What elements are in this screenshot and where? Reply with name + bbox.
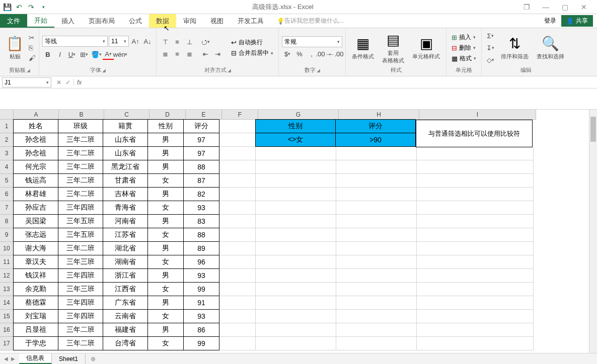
- tab-file[interactable]: 文件: [0, 14, 27, 28]
- data-cell[interactable]: 三年四班: [58, 201, 103, 215]
- data-cell[interactable]: 福建省: [103, 323, 148, 337]
- empty-cell[interactable]: [219, 255, 256, 269]
- add-sheet-button[interactable]: ⊕: [86, 355, 101, 362]
- empty-cell[interactable]: [219, 201, 256, 215]
- data-cell[interactable]: 班级: [58, 119, 103, 133]
- data-cell[interactable]: 浙江省: [103, 268, 148, 283]
- table-format-button[interactable]: ▤套用 表格格式: [379, 31, 407, 65]
- prev-sheet-icon[interactable]: ◀: [4, 356, 8, 361]
- empty-cell[interactable]: [417, 242, 534, 255]
- empty-cell[interactable]: [219, 174, 256, 188]
- empty-cell[interactable]: [219, 283, 256, 296]
- qat-customize-icon[interactable]: ▾: [38, 2, 48, 12]
- clipboard-launcher-icon[interactable]: ◢: [27, 68, 30, 73]
- empty-cell[interactable]: [336, 323, 417, 337]
- data-cell[interactable]: 三年二班: [58, 160, 103, 174]
- format-cells-button[interactable]: ▦格式▾: [450, 54, 478, 63]
- note-cell[interactable]: 与普通筛选相比可以使用比较符: [416, 120, 533, 147]
- data-cell[interactable]: 96: [183, 255, 219, 269]
- column-header[interactable]: A: [14, 110, 59, 120]
- align-right-icon[interactable]: ≣: [184, 48, 195, 59]
- data-cell[interactable]: 男: [147, 241, 184, 255]
- minimize-button[interactable]: —: [537, 2, 555, 12]
- column-header[interactable]: I: [419, 110, 536, 120]
- tab-formulas[interactable]: 公式: [122, 14, 149, 28]
- data-cell[interactable]: 姓名: [13, 119, 58, 133]
- delete-cells-button[interactable]: ⊟删除▾: [450, 43, 478, 53]
- data-cell[interactable]: 三年二班: [58, 133, 103, 147]
- empty-cell[interactable]: [336, 269, 417, 283]
- select-all-button[interactable]: [0, 110, 14, 120]
- data-cell[interactable]: 93: [183, 309, 219, 323]
- data-cell[interactable]: 三年二班: [58, 187, 103, 201]
- tab-page-layout[interactable]: 页面布局: [82, 14, 122, 28]
- empty-cell[interactable]: [336, 242, 417, 255]
- decrease-decimal-icon[interactable]: ←.00: [330, 48, 341, 59]
- empty-cell[interactable]: [417, 269, 534, 283]
- data-cell[interactable]: 三年三班: [58, 255, 103, 269]
- row-header[interactable]: 2: [0, 133, 14, 147]
- scroll-thumb[interactable]: [590, 117, 596, 142]
- bold-button[interactable]: B: [42, 49, 53, 60]
- empty-cell[interactable]: [417, 174, 534, 188]
- criteria-header[interactable]: 性别: [255, 119, 336, 133]
- data-cell[interactable]: 三年二班: [58, 241, 103, 255]
- data-cell[interactable]: 湖北省: [103, 241, 148, 255]
- data-cell[interactable]: 吕显祖: [13, 323, 58, 337]
- empty-cell[interactable]: [256, 188, 336, 201]
- data-cell[interactable]: 三年二班: [58, 173, 103, 188]
- empty-cell[interactable]: [417, 323, 534, 337]
- data-cell[interactable]: 性别: [147, 119, 184, 133]
- find-select-button[interactable]: 🔍查找和选择: [534, 34, 567, 61]
- data-cell[interactable]: 于学忠: [13, 336, 58, 350]
- data-cell[interactable]: 女: [147, 228, 184, 242]
- data-cell[interactable]: 蔡德霖: [13, 296, 58, 310]
- empty-cell[interactable]: [336, 337, 417, 350]
- tab-insert[interactable]: 插入: [54, 14, 82, 28]
- data-cell[interactable]: 何光宗: [13, 160, 58, 174]
- empty-cell[interactable]: [336, 283, 417, 296]
- data-cell[interactable]: 籍贯: [103, 119, 148, 133]
- data-cell[interactable]: 吉林省: [103, 187, 148, 201]
- data-cell[interactable]: 钱汉祥: [13, 268, 58, 283]
- data-cell[interactable]: 82: [183, 187, 219, 201]
- data-cell[interactable]: 林君雄: [13, 187, 58, 201]
- data-cell[interactable]: 山东省: [103, 146, 148, 160]
- ribbon-options-icon[interactable]: ❐: [517, 2, 536, 12]
- align-left-icon[interactable]: ≣: [160, 48, 171, 59]
- data-cell[interactable]: 99: [183, 282, 219, 296]
- row-header[interactable]: 15: [0, 310, 14, 323]
- data-cell[interactable]: 孙应吉: [13, 201, 58, 215]
- align-bottom-icon[interactable]: ⊥: [184, 36, 195, 47]
- data-cell[interactable]: 谢大海: [13, 241, 58, 255]
- empty-cell[interactable]: [219, 337, 256, 350]
- redo-icon[interactable]: ↷: [26, 2, 36, 12]
- data-cell[interactable]: 89: [183, 241, 219, 255]
- cut-icon[interactable]: ✂: [29, 34, 36, 42]
- data-cell[interactable]: 99: [183, 336, 219, 350]
- data-cell[interactable]: 86: [183, 323, 219, 337]
- data-cell[interactable]: 93: [183, 201, 219, 215]
- data-cell[interactable]: 88: [183, 160, 219, 174]
- data-cell[interactable]: 男: [147, 187, 184, 201]
- empty-cell[interactable]: [256, 228, 336, 242]
- data-cell[interactable]: 三年四班: [58, 309, 103, 323]
- empty-cell[interactable]: [219, 120, 256, 133]
- data-cell[interactable]: 男: [147, 133, 184, 147]
- data-cell[interactable]: 黑龙江省: [103, 160, 148, 174]
- data-cell[interactable]: 97: [183, 146, 219, 160]
- column-header[interactable]: H: [339, 110, 419, 120]
- tab-data[interactable]: 数据: [149, 14, 176, 28]
- login-link[interactable]: 登录: [544, 17, 556, 25]
- data-cell[interactable]: 女: [147, 336, 184, 350]
- format-painter-icon[interactable]: 🖌: [29, 54, 36, 62]
- cell-style-button[interactable]: ▣单元格样式: [409, 34, 443, 61]
- data-cell[interactable]: 女: [147, 255, 184, 269]
- empty-cell[interactable]: [417, 215, 534, 228]
- empty-cell[interactable]: [336, 147, 417, 160]
- empty-cell[interactable]: [219, 133, 256, 147]
- tab-view[interactable]: 视图: [203, 14, 231, 28]
- font-size-select[interactable]: 11▾: [109, 36, 129, 47]
- empty-cell[interactable]: [256, 215, 336, 228]
- row-header[interactable]: 17: [0, 337, 14, 350]
